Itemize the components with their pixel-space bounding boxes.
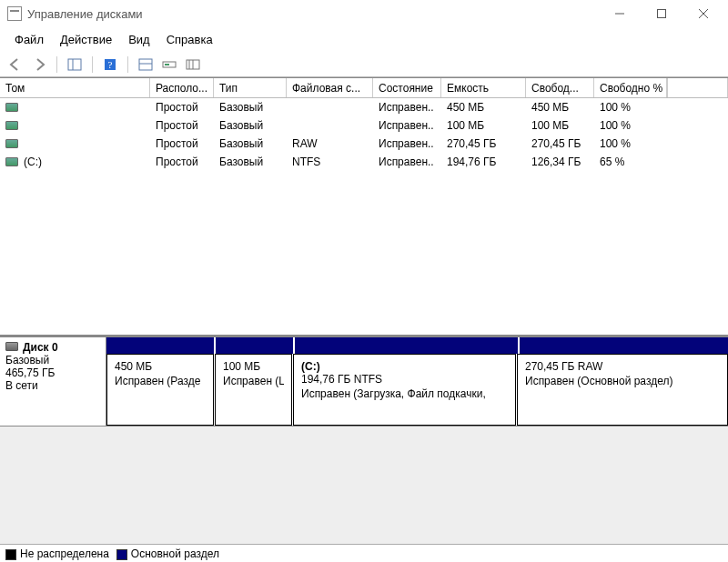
partition[interactable]: (C:) 194,76 ГБ NTFS Исправен (Загрузка, … [293,354,516,426]
svg-rect-8 [139,59,152,70]
help-button[interactable]: ? [100,55,120,74]
col-capacity[interactable]: Емкость [441,78,526,97]
cell-cap: 270,45 ГБ [441,136,526,151]
cell-fs [287,106,373,108]
part-detail: Исправен (Разде [115,375,206,387]
cell-layout: Простой [150,100,214,115]
disk-graphic: Диск 0 Базовый 465,75 ГБ В сети 450 МБ И… [0,335,728,426]
table-row[interactable]: Простой Базовый Исправен.. 450 МБ 450 МБ… [0,98,728,116]
part-detail: Исправен (Основной раздел) [525,375,720,387]
menu-view[interactable]: Вид [121,31,157,48]
disk-type: Базовый [5,354,100,366]
partitions: 450 МБ Исправен (Разде 100 МБ Исправен (… [106,337,728,426]
cell-type: Базовый [214,136,287,151]
forward-button[interactable] [29,55,49,74]
table-body: Простой Базовый Исправен.. 450 МБ 450 МБ… [0,98,728,180]
volume-icon [5,157,18,166]
cell-type: Базовый [214,100,287,115]
svg-rect-4 [68,59,81,70]
swatch-icon [5,549,16,560]
cell-type: Базовый [214,118,287,133]
cell-type: Базовый [214,155,287,169]
table-row[interactable]: Простой Базовый Исправен.. 100 МБ 100 МБ… [0,116,728,135]
view-top-button[interactable] [136,55,156,74]
maximize-button[interactable] [641,1,682,26]
table-header: Том Располо... Тип Файловая с... Состоян… [0,78,728,98]
col-type[interactable]: Тип [214,78,287,97]
cell-cap: 194,76 ГБ [441,155,526,169]
legend-label: Не распределена [20,547,109,560]
part-cap: 270,45 ГБ RAW [525,360,720,373]
cell-free: 270,45 ГБ [526,136,594,151]
show-tree-button[interactable] [65,55,85,74]
spacer [0,180,728,335]
volume-icon [5,121,18,130]
empty-area [0,426,728,544]
col-layout[interactable]: Располо... [150,78,214,97]
col-spacer [667,78,728,97]
close-button[interactable] [682,1,724,26]
cell-fs: NTFS [287,155,373,169]
cell-status: Исправен.. [373,155,441,169]
cell-free: 450 МБ [526,100,594,115]
cell-layout: Простой [150,136,214,151]
titlebar: Управление дисками [0,0,728,27]
cell-pct: 65 % [594,155,667,169]
disk-status: В сети [5,379,100,392]
menu-action[interactable]: Действие [53,31,119,48]
cell-status: Исправен.. [373,100,441,115]
svg-rect-11 [165,64,169,65]
part-cap: 450 МБ [115,360,206,373]
col-status[interactable]: Состояние [373,78,441,97]
settings-button[interactable] [183,55,203,74]
menubar: Файл Действие Вид Справка [0,27,728,52]
col-volume[interactable]: Том [0,78,150,97]
window-controls [599,1,724,26]
cell-name: (C:) [24,156,42,168]
svg-text:?: ? [108,59,113,70]
app-icon [7,6,22,21]
legend: Не распределена Основной раздел [0,544,728,562]
toolbar: ? [0,52,728,77]
back-button[interactable] [5,55,25,74]
menu-help[interactable]: Справка [159,31,220,48]
cell-pct: 100 % [594,118,667,133]
minimize-button[interactable] [599,1,641,26]
col-freepct[interactable]: Свободно % [594,78,667,97]
legend-item-unallocated: Не распределена [5,547,109,560]
disk-icon [5,342,18,351]
col-free[interactable]: Свобод... [526,78,594,97]
cell-layout: Простой [150,155,214,169]
toolbar-separator [92,56,93,73]
part-detail: Исправен (Загрузка, Файл подкачки, [301,387,508,400]
part-detail: Исправен (Ц [223,375,284,387]
toolbar-separator [56,56,57,73]
toolbar-separator [127,56,128,73]
col-fs[interactable]: Файловая с... [287,78,373,97]
volume-icon [5,139,18,148]
cell-cap: 450 МБ [441,100,526,115]
disk-size: 465,75 ГБ [5,366,100,379]
cell-fs [287,125,373,126]
menu-file[interactable]: Файл [7,31,51,48]
partition[interactable]: 270,45 ГБ RAW Исправен (Основной раздел) [517,354,728,426]
view-bottom-button[interactable] [159,55,179,74]
disk-name: Диск 0 [23,341,58,354]
cell-pct: 100 % [594,136,667,151]
volume-table: Том Располо... Тип Файловая с... Состоян… [0,77,728,180]
part-cap: 194,76 ГБ NTFS [301,373,508,386]
volume-icon [5,103,18,112]
partition[interactable]: 450 МБ Исправен (Разде [106,354,214,426]
partition[interactable]: 100 МБ Исправен (Ц [215,354,292,426]
part-cap: 100 МБ [223,360,284,373]
legend-item-primary: Основной раздел [116,547,219,560]
window-title: Управление дисками [27,7,599,21]
table-row[interactable]: (C:) Простой Базовый NTFS Исправен.. 194… [0,153,728,171]
partition-header [106,337,728,354]
cell-status: Исправен.. [373,118,441,133]
part-title: (C:) [301,360,508,373]
cell-status: Исправен.. [373,136,441,151]
disk-label[interactable]: Диск 0 Базовый 465,75 ГБ В сети [0,337,106,426]
table-row[interactable]: Простой Базовый RAW Исправен.. 270,45 ГБ… [0,135,728,153]
cell-layout: Простой [150,118,214,133]
